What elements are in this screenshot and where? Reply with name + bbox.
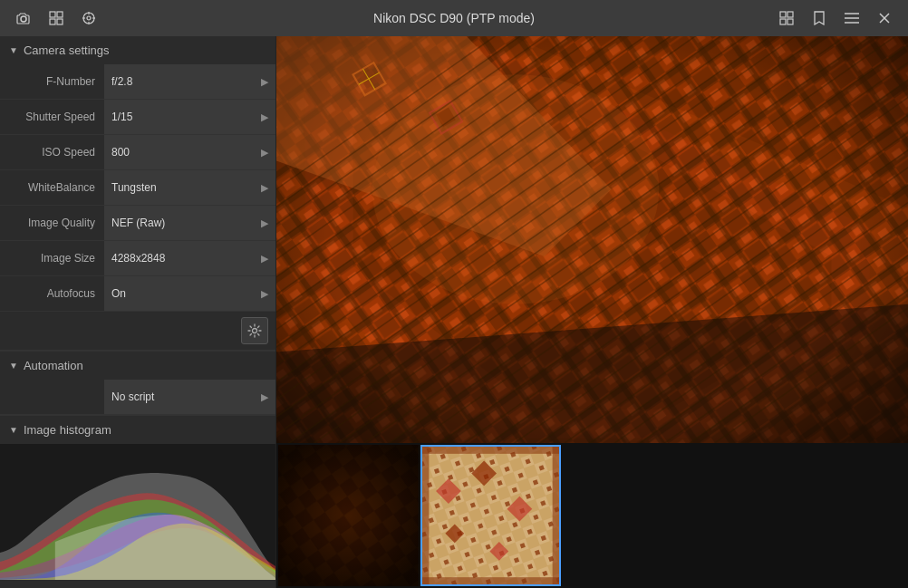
settings-value-text-6: On (111, 287, 126, 300)
svg-rect-102 (553, 447, 559, 584)
photo-strip (276, 443, 908, 588)
main-photo-svg (276, 36, 908, 443)
svg-rect-12 (787, 12, 793, 17)
settings-value-text-4: NEF (Raw) (111, 217, 165, 229)
settings-row-6: AutofocusOn▶ (0, 276, 275, 312)
menu-button[interactable] (837, 4, 866, 33)
svg-rect-99 (422, 447, 559, 454)
settings-row-1: Shutter Speed1/15▶ (0, 100, 275, 135)
main-content: ▼ Camera settings F-Numberf/2.8▶Shutter … (0, 36, 908, 588)
settings-value-text-1: 1/15 (111, 111, 132, 123)
histogram-header[interactable]: ▼ Image histogram (0, 416, 275, 444)
histogram-section: ▼ Image histogram (0, 415, 275, 588)
histogram-arrow: ▼ (9, 425, 18, 435)
left-panel: ▼ Camera settings F-Numberf/2.8▶Shutter … (0, 36, 276, 588)
settings-label-3: WhiteBalance (0, 176, 104, 199)
target-icon-btn[interactable] (74, 4, 103, 33)
settings-value-6[interactable]: On▶ (104, 276, 275, 311)
settings-label-1: Shutter Speed (0, 105, 104, 129)
svg-rect-13 (780, 19, 786, 24)
script-value[interactable]: No script ▶ (104, 380, 275, 414)
settings-label-4: Image Quality (0, 211, 104, 235)
gear-button[interactable] (241, 317, 268, 344)
histogram-svg (0, 444, 275, 580)
svg-rect-3 (50, 19, 55, 24)
svg-rect-1 (50, 12, 55, 17)
svg-rect-93 (422, 447, 559, 584)
main-photo-area[interactable] (276, 36, 908, 443)
titlebar-icons (9, 4, 103, 33)
camera-settings-arrow: ▼ (9, 45, 18, 55)
svg-rect-101 (422, 447, 429, 584)
settings-label-2: ISO Speed (0, 140, 104, 164)
settings-value-text-3: Tungsten (111, 181, 157, 194)
camera-settings-header[interactable]: ▼ Camera settings (0, 36, 275, 64)
right-panel (276, 36, 908, 588)
photo-thumb-1[interactable] (278, 445, 419, 586)
settings-label-6: Autofocus (0, 282, 104, 305)
settings-value-text-0: f/2.8 (111, 75, 132, 88)
titlebar-right (772, 4, 899, 33)
settings-rows: F-Numberf/2.8▶Shutter Speed1/15▶ISO Spee… (0, 64, 275, 312)
settings-chevron-4: ▶ (261, 217, 268, 229)
settings-label-5: Image Size (0, 246, 104, 270)
settings-value-text-5: 4288x2848 (111, 252, 165, 265)
svg-rect-85 (278, 445, 419, 586)
svg-point-6 (87, 16, 91, 20)
automation-header[interactable]: ▼ Automation (0, 352, 275, 380)
settings-value-0[interactable]: f/2.8▶ (104, 64, 275, 99)
settings-value-2[interactable]: 800▶ (104, 135, 275, 169)
settings-value-text-2: 800 (111, 146, 130, 159)
automation-section: ▼ Automation No script ▶ (0, 351, 275, 415)
settings-chevron-0: ▶ (261, 76, 268, 88)
svg-rect-11 (780, 12, 786, 17)
camera-icon-btn[interactable] (9, 4, 38, 33)
settings-value-3[interactable]: Tungsten▶ (104, 170, 275, 205)
histogram-container (0, 444, 275, 580)
bookmark-button[interactable] (805, 4, 834, 33)
titlebar: Nikon DSC D90 (PTP mode) (0, 0, 908, 36)
settings-row-5: Image Size4288x2848▶ (0, 241, 275, 276)
settings-row-4: Image QualityNEF (Raw)▶ (0, 206, 275, 241)
svg-rect-2 (57, 12, 63, 17)
settings-chevron-5: ▶ (261, 253, 268, 265)
svg-point-0 (21, 16, 26, 22)
svg-rect-4 (57, 19, 63, 24)
settings-chevron-2: ▶ (261, 147, 268, 159)
settings-chevron-6: ▶ (261, 288, 268, 300)
script-row: No script ▶ (0, 380, 275, 415)
settings-chevron-3: ▶ (261, 182, 268, 194)
window-title: Nikon DSC D90 (PTP mode) (373, 11, 535, 25)
settings-value-1[interactable]: 1/15▶ (104, 100, 275, 134)
settings-value-4[interactable]: NEF (Raw)▶ (104, 206, 275, 240)
histogram-label: Image histogram (24, 423, 111, 437)
settings-chevron-1: ▶ (261, 111, 268, 123)
settings-label-0: F-Number (0, 70, 104, 93)
close-button[interactable] (870, 4, 899, 33)
svg-point-20 (253, 329, 257, 333)
svg-rect-14 (787, 19, 793, 24)
camera-settings-label: Camera settings (24, 43, 110, 57)
svg-rect-100 (422, 577, 559, 584)
settings-row-2: ISO Speed800▶ (0, 135, 275, 170)
grid-icon-btn[interactable] (42, 4, 71, 33)
settings-row-3: WhiteBalanceTungsten▶ (0, 170, 275, 206)
automation-label: Automation (24, 359, 83, 372)
grid-view-button[interactable] (772, 4, 801, 33)
automation-arrow: ▼ (9, 361, 18, 371)
settings-footer (0, 312, 275, 351)
script-value-text: No script (111, 390, 154, 403)
settings-row-0: F-Numberf/2.8▶ (0, 64, 275, 100)
titlebar-left (9, 4, 103, 33)
script-chevron: ▶ (261, 391, 268, 403)
settings-value-5[interactable]: 4288x2848▶ (104, 241, 275, 275)
photo-thumb-2[interactable] (420, 445, 561, 586)
script-label (0, 391, 104, 402)
